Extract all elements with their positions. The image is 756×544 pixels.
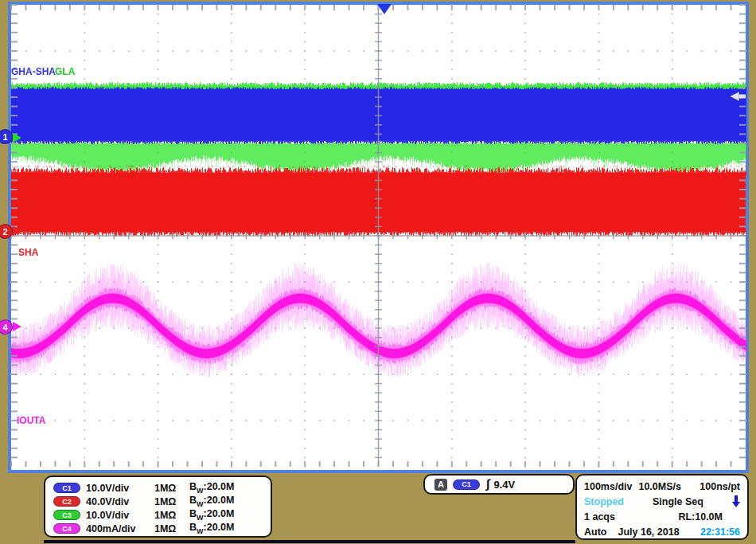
acq-state: Stopped [584, 496, 624, 507]
screen-bottom-edge [44, 540, 575, 543]
single-seq-arrow-icon [732, 495, 740, 508]
acq-state-row: Stopped Single Seq [584, 494, 740, 509]
ch4-badge[interactable]: C4 [53, 523, 80, 534]
trigger-readout-panel[interactable]: A C1 ∫ 9.4V [423, 474, 575, 495]
sample-resolution: 100ns/pt [699, 481, 740, 492]
ch2-bandwidth: BW:20.0M [189, 495, 234, 508]
ch2-badge[interactable]: C2 [53, 496, 80, 507]
ch2-impedance: 1MΩ [154, 496, 189, 507]
ch1-badge[interactable]: C1 [53, 483, 80, 493]
horizontal-scale: 100ms/div [584, 481, 632, 492]
ch4-impedance: 1MΩ [154, 523, 189, 534]
ch1-impedance: 1MΩ [154, 483, 189, 494]
ch3-impedance: 1MΩ [154, 510, 189, 521]
time: 22:31:56 [700, 526, 740, 538]
trigger-level-value: 9.4V [493, 479, 515, 491]
trigger-a-badge: A [435, 479, 447, 491]
date: July 16, 2018 [618, 526, 679, 538]
ch3-readout-row: C3 10.0V/div 1MΩ BW:20.0M [53, 508, 271, 522]
scope-screen: GHA-SHA GLA SHA IOUTA 1 2 4 C1 10.0V/div… [0, 0, 756, 544]
rising-edge-icon: ∫ [486, 477, 489, 491]
acq-mode: Single Seq [653, 496, 703, 507]
ch2-scale: 40.0V/div [86, 496, 154, 507]
waveform-display-area [8, 2, 749, 473]
ch4-readout-row: C4 400mA/div 1MΩ BW:20.0M [53, 522, 271, 535]
channel-readout-panel: C1 10.0V/div 1MΩ BW:20.0M C2 40.0V/div 1… [44, 476, 272, 538]
record-length: RL:10.0M [678, 511, 723, 522]
trigger-mode: Auto [584, 526, 606, 538]
horizontal-readout-row: 100ms/div 10.0MS/s 100ns/pt [584, 479, 740, 494]
ch3-badge[interactable]: C3 [53, 510, 80, 520]
ch1-readout-row: C1 10.0V/div 1MΩ BW:20.0M [53, 481, 271, 495]
ch4-bandwidth: BW:20.0M [189, 522, 234, 535]
ch3-scale: 10.0V/div [86, 510, 154, 521]
ch2-readout-row: C2 40.0V/div 1MΩ BW:20.0M [53, 495, 271, 508]
ch3-bandwidth: BW:20.0M [189, 508, 234, 522]
acquisition-readout-panel[interactable]: 100ms/div 10.0MS/s 100ns/pt Stopped Sing… [575, 474, 749, 540]
ch1-bandwidth: BW:20.0M [189, 481, 234, 495]
acq-count-row: 1 acqs RL:10.0M [584, 509, 740, 524]
acq-count: 1 acqs [584, 511, 615, 522]
ch4-scale: 400mA/div [86, 523, 154, 534]
ch1-scale: 10.0V/div [86, 483, 154, 494]
trigger-source-badge[interactable]: C1 [453, 479, 480, 490]
datetime-row: Auto July 16, 2018 22:31:56 [584, 524, 740, 539]
sample-rate: 10.0MS/s [638, 481, 681, 492]
